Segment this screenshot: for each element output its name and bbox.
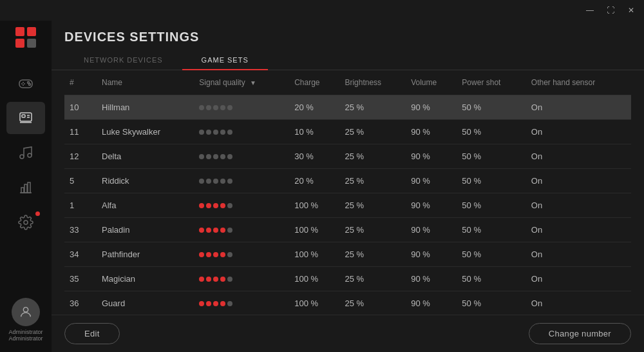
close-button[interactable]: ✕ <box>621 1 641 19</box>
tab-game-sets[interactable]: GAME SETS <box>182 51 268 70</box>
cell-brightness: 25 % <box>339 169 406 193</box>
user-avatar-area[interactable]: Administrator Administrator <box>8 298 43 342</box>
sidebar-item-music[interactable] <box>6 137 45 169</box>
cell-num: 12 <box>64 144 97 169</box>
cell-other: On <box>526 144 631 169</box>
cell-charge: 100 % <box>289 291 339 315</box>
cell-num: 34 <box>64 242 97 267</box>
svg-point-6 <box>23 82 24 83</box>
edit-button[interactable]: Edit <box>64 323 120 344</box>
cell-name: Alfa <box>97 193 194 218</box>
cell-signal <box>194 95 289 120</box>
table-header-row: # Name Signal quality ▼ Charge Brightnes… <box>64 70 631 95</box>
cell-signal <box>194 267 289 291</box>
cell-signal <box>194 169 289 193</box>
table-row[interactable]: 36 Guard 100 % 25 % 90 % 50 % On <box>64 291 631 315</box>
cell-powershot: 50 % <box>457 242 526 267</box>
cell-volume: 90 % <box>406 120 457 144</box>
cell-other: On <box>526 267 631 291</box>
table-row[interactable]: 11 Luke Skywalker 10 % 25 % 90 % 50 % On <box>64 120 631 144</box>
table-row[interactable]: 34 Pathfinder 100 % 25 % 90 % 50 % On <box>64 242 631 267</box>
cell-signal <box>194 144 289 169</box>
page-title: DEVICES SETTINGS <box>64 30 631 44</box>
sidebar-item-chart[interactable] <box>6 171 45 204</box>
table-container[interactable]: # Name Signal quality ▼ Charge Brightnes… <box>52 70 644 315</box>
svg-point-8 <box>21 83 23 84</box>
svg-rect-2 <box>15 39 24 48</box>
page-header: DEVICES SETTINGS <box>52 21 644 51</box>
svg-rect-0 <box>15 27 24 36</box>
settings-icon <box>18 215 33 230</box>
svg-point-18 <box>28 153 32 157</box>
title-bar: — ⛶ ✕ <box>0 0 644 21</box>
gamepad-icon <box>18 75 33 91</box>
cell-name: Delta <box>97 144 194 169</box>
cell-other: On <box>526 95 631 120</box>
cell-other: On <box>526 120 631 144</box>
device-icon <box>18 110 33 126</box>
table-row[interactable]: 1 Alfa 100 % 25 % 90 % 50 % On <box>64 193 631 218</box>
cell-other: On <box>526 291 631 315</box>
table-body: 10 Hillman 20 % 25 % 90 % 50 % On 11 Luk… <box>64 95 631 315</box>
cell-charge: 30 % <box>289 144 339 169</box>
cell-powershot: 50 % <box>457 267 526 291</box>
minimize-button[interactable]: — <box>580 1 600 19</box>
cell-brightness: 25 % <box>339 218 406 242</box>
col-header-powershot: Power shot <box>457 70 526 95</box>
cell-other: On <box>526 242 631 267</box>
tabs-container: NETWORK DEVICES GAME SETS <box>52 51 644 70</box>
cell-brightness: 25 % <box>339 242 406 267</box>
svg-point-24 <box>23 308 28 312</box>
settings-notification-dot <box>35 211 40 216</box>
tab-network-devices[interactable]: NETWORK DEVICES <box>64 51 182 70</box>
cell-volume: 90 % <box>406 95 457 120</box>
sort-icon: ▼ <box>250 79 256 86</box>
table-row[interactable]: 10 Hillman 20 % 25 % 90 % 50 % On <box>64 95 631 120</box>
cell-brightness: 25 % <box>339 120 406 144</box>
change-number-button[interactable]: Change number <box>529 323 631 344</box>
cell-charge: 100 % <box>289 242 339 267</box>
svg-rect-22 <box>28 182 30 193</box>
cell-brightness: 25 % <box>339 144 406 169</box>
svg-point-17 <box>20 155 24 159</box>
cell-num: 10 <box>64 95 97 120</box>
avatar-role: Administrator <box>8 335 43 342</box>
svg-rect-20 <box>21 188 24 193</box>
col-header-brightness: Brightness <box>339 70 406 95</box>
cell-powershot: 50 % <box>457 193 526 218</box>
cell-volume: 90 % <box>406 267 457 291</box>
table-row[interactable]: 33 Paladin 100 % 25 % 90 % 50 % On <box>64 218 631 242</box>
cell-name: Riddick <box>97 169 194 193</box>
cell-volume: 90 % <box>406 193 457 218</box>
cell-powershot: 50 % <box>457 120 526 144</box>
sidebar-item-settings[interactable] <box>6 206 45 239</box>
svg-point-9 <box>24 83 25 84</box>
cell-powershot: 50 % <box>457 291 526 315</box>
svg-point-7 <box>23 84 24 86</box>
cell-brightness: 25 % <box>339 291 406 315</box>
avatar <box>12 298 40 326</box>
cell-signal <box>194 193 289 218</box>
col-header-signal[interactable]: Signal quality ▼ <box>194 70 289 95</box>
cell-brightness: 25 % <box>339 193 406 218</box>
sidebar: Administrator Administrator <box>0 0 52 352</box>
table-row[interactable]: 35 Magician 100 % 25 % 90 % 50 % On <box>64 267 631 291</box>
sidebar-item-device[interactable] <box>6 102 45 134</box>
cell-num: 11 <box>64 120 97 144</box>
cell-charge: 20 % <box>289 169 339 193</box>
table-row[interactable]: 5 Riddick 20 % 25 % 90 % 50 % On <box>64 169 631 193</box>
svg-rect-13 <box>22 115 25 117</box>
bottom-bar: Edit Change number <box>52 315 644 352</box>
table-row[interactable]: 12 Delta 30 % 25 % 90 % 50 % On <box>64 144 631 169</box>
sidebar-item-gamepad[interactable] <box>6 67 45 99</box>
svg-rect-21 <box>24 184 27 193</box>
svg-rect-3 <box>27 39 36 48</box>
maximize-button[interactable]: ⛶ <box>600 1 621 19</box>
cell-signal <box>194 218 289 242</box>
cell-charge: 20 % <box>289 95 339 120</box>
svg-point-11 <box>29 84 31 86</box>
cell-other: On <box>526 193 631 218</box>
cell-num: 33 <box>64 218 97 242</box>
cell-signal <box>194 291 289 315</box>
cell-num: 1 <box>64 193 97 218</box>
